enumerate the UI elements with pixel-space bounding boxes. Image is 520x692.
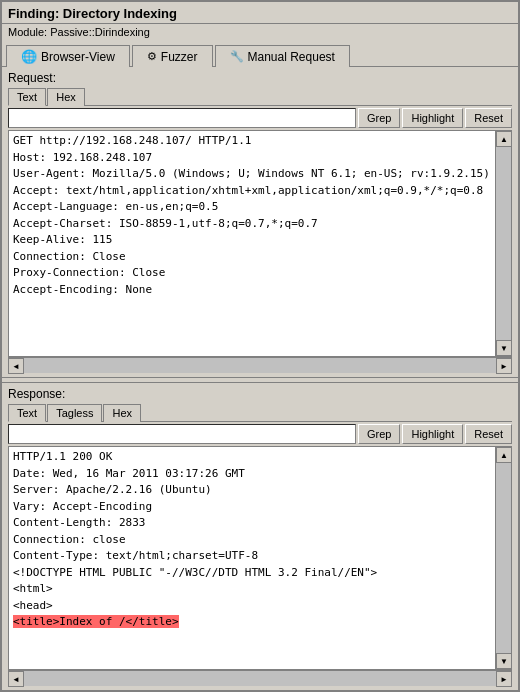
request-inner-tabs: Text Hex: [8, 87, 512, 106]
request-hscroll-track[interactable]: [24, 358, 496, 373]
request-hscroll-right[interactable]: ►: [496, 358, 512, 374]
request-tab-hex[interactable]: Hex: [47, 88, 85, 106]
request-hscroll-left[interactable]: ◄: [8, 358, 24, 374]
window-title: Finding: Directory Indexing: [8, 6, 177, 21]
response-hscroll-track[interactable]: [24, 671, 496, 686]
request-hscroll: ◄ ►: [8, 357, 512, 373]
request-scroll-up[interactable]: ▲: [496, 131, 512, 147]
main-tab-bar: 🌐 Browser-View ⚙ Fuzzer 🔧 Manual Request: [2, 42, 518, 67]
module-label: Module: Passive::Dirindexing: [2, 24, 518, 42]
response-inner-tabs: Text Tagless Hex: [8, 403, 512, 422]
request-text-area: GET http://192.168.248.107/ HTTP/1.1 Hos…: [8, 130, 512, 357]
title-bar: Finding: Directory Indexing: [2, 2, 518, 24]
response-grep-button[interactable]: Grep: [358, 424, 400, 444]
response-content[interactable]: HTTP/1.1 200 OKDate: Wed, 16 Mar 2011 03…: [9, 447, 495, 669]
request-reset-button[interactable]: Reset: [465, 108, 512, 128]
response-tab-tagless[interactable]: Tagless: [47, 404, 102, 422]
main-window: Finding: Directory Indexing Module: Pass…: [0, 0, 520, 692]
tab-manual-request[interactable]: 🔧 Manual Request: [215, 45, 350, 67]
response-section: Response: Text Tagless Hex Grep Highligh…: [2, 383, 518, 690]
response-scrollbar-v[interactable]: ▲ ▼: [495, 447, 511, 669]
request-tab-text[interactable]: Text: [8, 88, 46, 106]
request-highlight-button[interactable]: Highlight: [402, 108, 463, 128]
manual-request-icon: 🔧: [230, 50, 244, 63]
request-label: Request:: [8, 71, 512, 85]
response-scroll-up[interactable]: ▲: [496, 447, 512, 463]
browser-view-icon: 🌐: [21, 49, 37, 64]
response-scroll-track[interactable]: [496, 463, 511, 653]
response-scroll-down[interactable]: ▼: [496, 653, 512, 669]
request-scroll-down[interactable]: ▼: [496, 340, 512, 356]
request-section: Request: Text Hex Grep Highlight Reset G…: [2, 67, 518, 377]
response-hscroll-left[interactable]: ◄: [8, 671, 24, 687]
tab-fuzzer-label: Fuzzer: [161, 50, 198, 64]
tab-browser-view-label: Browser-View: [41, 50, 115, 64]
response-tab-text[interactable]: Text: [8, 404, 46, 422]
response-search-input[interactable]: [8, 424, 356, 444]
request-content[interactable]: GET http://192.168.248.107/ HTTP/1.1 Hos…: [9, 131, 495, 356]
response-text-area: HTTP/1.1 200 OKDate: Wed, 16 Mar 2011 03…: [8, 446, 512, 670]
tab-manual-request-label: Manual Request: [248, 50, 335, 64]
request-search-input[interactable]: [8, 108, 356, 128]
tab-browser-view[interactable]: 🌐 Browser-View: [6, 45, 130, 67]
request-scrollbar-v[interactable]: ▲ ▼: [495, 131, 511, 356]
request-grep-button[interactable]: Grep: [358, 108, 400, 128]
response-hscroll: ◄ ►: [8, 670, 512, 686]
response-reset-button[interactable]: Reset: [465, 424, 512, 444]
response-tab-hex[interactable]: Hex: [103, 404, 141, 422]
tab-fuzzer[interactable]: ⚙ Fuzzer: [132, 45, 213, 67]
request-scroll-track[interactable]: [496, 147, 511, 340]
response-label: Response:: [8, 387, 512, 401]
response-highlight-button[interactable]: Highlight: [402, 424, 463, 444]
response-hscroll-right[interactable]: ►: [496, 671, 512, 687]
request-toolbar: Grep Highlight Reset: [8, 108, 512, 128]
response-toolbar: Grep Highlight Reset: [8, 424, 512, 444]
fuzzer-icon: ⚙: [147, 50, 157, 63]
